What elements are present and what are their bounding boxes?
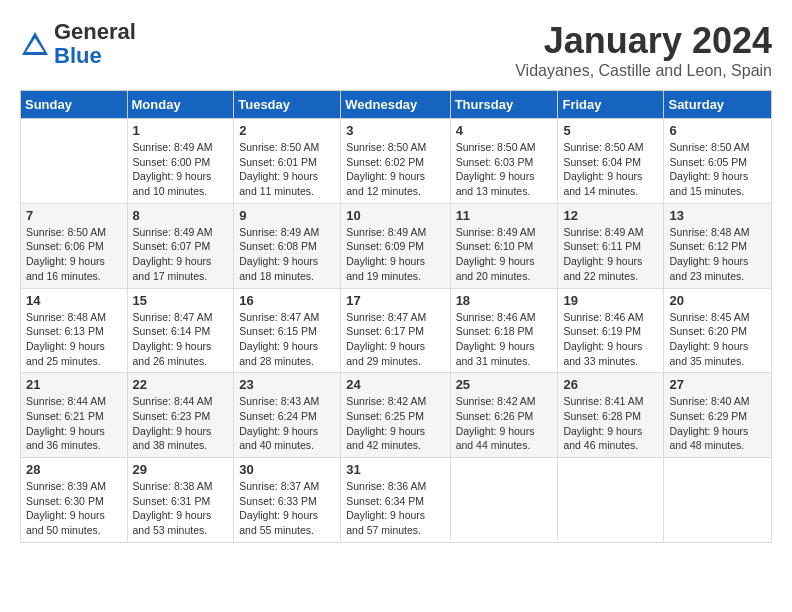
day-info: Sunrise: 8:49 AMSunset: 6:10 PMDaylight:… — [456, 225, 553, 284]
table-row: 23 Sunrise: 8:43 AMSunset: 6:24 PMDaylig… — [234, 373, 341, 458]
day-number: 10 — [346, 208, 444, 223]
day-info: Sunrise: 8:42 AMSunset: 6:25 PMDaylight:… — [346, 394, 444, 453]
day-info: Sunrise: 8:44 AMSunset: 6:23 PMDaylight:… — [133, 394, 229, 453]
calendar-week-row: 7 Sunrise: 8:50 AMSunset: 6:06 PMDayligh… — [21, 203, 772, 288]
logo: General Blue — [20, 20, 136, 68]
day-info: Sunrise: 8:47 AMSunset: 6:14 PMDaylight:… — [133, 310, 229, 369]
table-row: 8 Sunrise: 8:49 AMSunset: 6:07 PMDayligh… — [127, 203, 234, 288]
calendar-week-row: 21 Sunrise: 8:44 AMSunset: 6:21 PMDaylig… — [21, 373, 772, 458]
day-number: 20 — [669, 293, 766, 308]
day-info: Sunrise: 8:49 AMSunset: 6:09 PMDaylight:… — [346, 225, 444, 284]
logo-general: General — [54, 20, 136, 44]
day-number: 22 — [133, 377, 229, 392]
day-number: 6 — [669, 123, 766, 138]
day-info: Sunrise: 8:42 AMSunset: 6:26 PMDaylight:… — [456, 394, 553, 453]
table-row: 20 Sunrise: 8:45 AMSunset: 6:20 PMDaylig… — [664, 288, 772, 373]
day-info: Sunrise: 8:47 AMSunset: 6:15 PMDaylight:… — [239, 310, 335, 369]
day-info: Sunrise: 8:48 AMSunset: 6:13 PMDaylight:… — [26, 310, 122, 369]
day-info: Sunrise: 8:38 AMSunset: 6:31 PMDaylight:… — [133, 479, 229, 538]
day-info: Sunrise: 8:44 AMSunset: 6:21 PMDaylight:… — [26, 394, 122, 453]
table-row: 14 Sunrise: 8:48 AMSunset: 6:13 PMDaylig… — [21, 288, 128, 373]
table-row: 3 Sunrise: 8:50 AMSunset: 6:02 PMDayligh… — [341, 119, 450, 204]
title-area: January 2024 Vidayanes, Castille and Leo… — [515, 20, 772, 80]
table-row: 25 Sunrise: 8:42 AMSunset: 6:26 PMDaylig… — [450, 373, 558, 458]
table-row: 11 Sunrise: 8:49 AMSunset: 6:10 PMDaylig… — [450, 203, 558, 288]
calendar-week-row: 1 Sunrise: 8:49 AMSunset: 6:00 PMDayligh… — [21, 119, 772, 204]
day-number: 25 — [456, 377, 553, 392]
day-number: 15 — [133, 293, 229, 308]
table-row: 24 Sunrise: 8:42 AMSunset: 6:25 PMDaylig… — [341, 373, 450, 458]
day-number: 21 — [26, 377, 122, 392]
day-info: Sunrise: 8:37 AMSunset: 6:33 PMDaylight:… — [239, 479, 335, 538]
table-row: 22 Sunrise: 8:44 AMSunset: 6:23 PMDaylig… — [127, 373, 234, 458]
day-info: Sunrise: 8:40 AMSunset: 6:29 PMDaylight:… — [669, 394, 766, 453]
day-number: 30 — [239, 462, 335, 477]
day-number: 19 — [563, 293, 658, 308]
table-row: 19 Sunrise: 8:46 AMSunset: 6:19 PMDaylig… — [558, 288, 664, 373]
table-row: 10 Sunrise: 8:49 AMSunset: 6:09 PMDaylig… — [341, 203, 450, 288]
day-number: 17 — [346, 293, 444, 308]
header-sunday: Sunday — [21, 91, 128, 119]
header-tuesday: Tuesday — [234, 91, 341, 119]
table-row: 2 Sunrise: 8:50 AMSunset: 6:01 PMDayligh… — [234, 119, 341, 204]
table-row — [664, 458, 772, 543]
day-number: 23 — [239, 377, 335, 392]
day-number: 29 — [133, 462, 229, 477]
table-row: 31 Sunrise: 8:36 AMSunset: 6:34 PMDaylig… — [341, 458, 450, 543]
table-row: 9 Sunrise: 8:49 AMSunset: 6:08 PMDayligh… — [234, 203, 341, 288]
day-info: Sunrise: 8:43 AMSunset: 6:24 PMDaylight:… — [239, 394, 335, 453]
day-number: 16 — [239, 293, 335, 308]
table-row — [450, 458, 558, 543]
day-number: 26 — [563, 377, 658, 392]
header: General Blue January 2024 Vidayanes, Cas… — [20, 20, 772, 80]
day-number: 8 — [133, 208, 229, 223]
header-friday: Friday — [558, 91, 664, 119]
day-info: Sunrise: 8:36 AMSunset: 6:34 PMDaylight:… — [346, 479, 444, 538]
day-number: 2 — [239, 123, 335, 138]
logo-icon — [20, 30, 50, 60]
day-info: Sunrise: 8:47 AMSunset: 6:17 PMDaylight:… — [346, 310, 444, 369]
day-number: 28 — [26, 462, 122, 477]
table-row: 1 Sunrise: 8:49 AMSunset: 6:00 PMDayligh… — [127, 119, 234, 204]
day-number: 9 — [239, 208, 335, 223]
day-number: 7 — [26, 208, 122, 223]
day-number: 27 — [669, 377, 766, 392]
day-number: 31 — [346, 462, 444, 477]
day-info: Sunrise: 8:46 AMSunset: 6:18 PMDaylight:… — [456, 310, 553, 369]
day-number: 18 — [456, 293, 553, 308]
location-title: Vidayanes, Castille and Leon, Spain — [515, 62, 772, 80]
table-row: 26 Sunrise: 8:41 AMSunset: 6:28 PMDaylig… — [558, 373, 664, 458]
table-row: 6 Sunrise: 8:50 AMSunset: 6:05 PMDayligh… — [664, 119, 772, 204]
day-info: Sunrise: 8:49 AMSunset: 6:00 PMDaylight:… — [133, 140, 229, 199]
day-info: Sunrise: 8:45 AMSunset: 6:20 PMDaylight:… — [669, 310, 766, 369]
table-row: 21 Sunrise: 8:44 AMSunset: 6:21 PMDaylig… — [21, 373, 128, 458]
header-wednesday: Wednesday — [341, 91, 450, 119]
day-info: Sunrise: 8:49 AMSunset: 6:08 PMDaylight:… — [239, 225, 335, 284]
table-row: 7 Sunrise: 8:50 AMSunset: 6:06 PMDayligh… — [21, 203, 128, 288]
day-info: Sunrise: 8:50 AMSunset: 6:05 PMDaylight:… — [669, 140, 766, 199]
table-row — [558, 458, 664, 543]
table-row: 16 Sunrise: 8:47 AMSunset: 6:15 PMDaylig… — [234, 288, 341, 373]
day-number: 11 — [456, 208, 553, 223]
table-row: 28 Sunrise: 8:39 AMSunset: 6:30 PMDaylig… — [21, 458, 128, 543]
month-title: January 2024 — [515, 20, 772, 62]
day-number: 4 — [456, 123, 553, 138]
header-saturday: Saturday — [664, 91, 772, 119]
table-row: 30 Sunrise: 8:37 AMSunset: 6:33 PMDaylig… — [234, 458, 341, 543]
day-info: Sunrise: 8:50 AMSunset: 6:06 PMDaylight:… — [26, 225, 122, 284]
day-info: Sunrise: 8:50 AMSunset: 6:01 PMDaylight:… — [239, 140, 335, 199]
table-row: 27 Sunrise: 8:40 AMSunset: 6:29 PMDaylig… — [664, 373, 772, 458]
table-row: 29 Sunrise: 8:38 AMSunset: 6:31 PMDaylig… — [127, 458, 234, 543]
table-row — [21, 119, 128, 204]
day-number: 24 — [346, 377, 444, 392]
table-row: 13 Sunrise: 8:48 AMSunset: 6:12 PMDaylig… — [664, 203, 772, 288]
logo-text: General Blue — [54, 20, 136, 68]
table-row: 17 Sunrise: 8:47 AMSunset: 6:17 PMDaylig… — [341, 288, 450, 373]
day-number: 5 — [563, 123, 658, 138]
day-info: Sunrise: 8:50 AMSunset: 6:04 PMDaylight:… — [563, 140, 658, 199]
day-info: Sunrise: 8:39 AMSunset: 6:30 PMDaylight:… — [26, 479, 122, 538]
table-row: 18 Sunrise: 8:46 AMSunset: 6:18 PMDaylig… — [450, 288, 558, 373]
header-thursday: Thursday — [450, 91, 558, 119]
day-number: 3 — [346, 123, 444, 138]
calendar-table: Sunday Monday Tuesday Wednesday Thursday… — [20, 90, 772, 543]
